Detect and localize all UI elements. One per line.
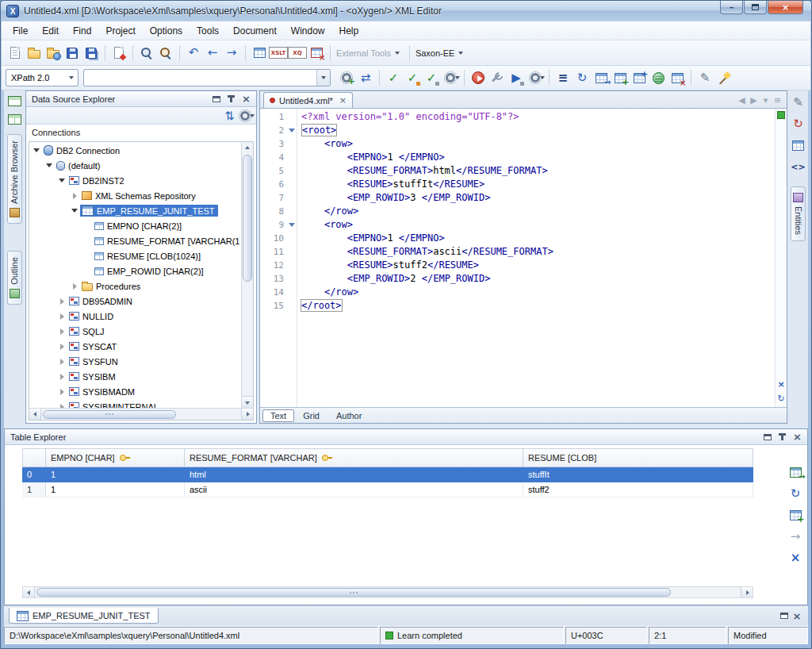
table-row[interactable]: 11asciistuff2 xyxy=(22,482,753,497)
configure-transformation-icon[interactable] xyxy=(488,68,507,87)
scroll-left-icon[interactable]: ◀ xyxy=(736,94,748,106)
editor-menu-icon[interactable]: ≡ xyxy=(772,94,783,106)
scrollbar-thumb[interactable] xyxy=(243,155,252,282)
twisty-icon[interactable] xyxy=(32,146,41,156)
tree-item-emp-rowid-char-2[interactable]: EMP_ROWID [CHAR(2)] xyxy=(29,263,241,278)
sign-document-icon[interactable]: ✎ xyxy=(695,68,714,87)
xpath-version-selector[interactable]: XPath 2.0 xyxy=(6,69,79,86)
tree-item-db2-connection[interactable]: DB2 Connection xyxy=(29,143,241,158)
twisty-icon[interactable] xyxy=(57,327,67,336)
dock-tab-entities[interactable]: Entities xyxy=(791,186,806,241)
well-formed-icon[interactable]: ✓ xyxy=(422,68,441,87)
xpath-input[interactable] xyxy=(84,70,316,86)
revalidate-icon[interactable]: ↻ xyxy=(776,393,787,404)
tree-item-db95admin[interactable]: DB95ADMIN xyxy=(29,294,241,309)
tree-item-empno-char-2[interactable]: EMPNO [CHAR(2)] xyxy=(29,218,241,233)
menu-find[interactable]: Find xyxy=(66,23,98,39)
validate-config-icon[interactable]: ✓ xyxy=(403,68,422,87)
debug-transformation-icon[interactable]: ▶ xyxy=(507,68,526,87)
apply-transformation-icon[interactable] xyxy=(469,68,488,87)
menu-options[interactable]: Options xyxy=(143,23,190,39)
twisty-icon[interactable] xyxy=(57,297,67,306)
back-history-icon[interactable]: ↶ xyxy=(184,44,203,63)
menu-document[interactable]: Document xyxy=(226,23,284,39)
twisty-icon[interactable] xyxy=(57,176,67,186)
editor-tab[interactable]: Untitled4.xml* × xyxy=(263,92,353,108)
close-grid-icon[interactable] xyxy=(668,68,687,87)
close-tab-icon[interactable]: × xyxy=(339,95,347,106)
twisty-icon[interactable] xyxy=(57,357,67,367)
tree-item-resume-clob-1024[interactable]: RESUME [CLOB(1024)] xyxy=(29,248,241,263)
forward-icon[interactable]: → xyxy=(222,44,241,63)
insert-row-icon[interactable] xyxy=(787,507,803,523)
add-row-icon[interactable] xyxy=(611,68,630,87)
twisty-icon[interactable] xyxy=(57,372,67,382)
twisty-icon[interactable] xyxy=(70,191,79,201)
export-data-icon[interactable] xyxy=(787,464,803,480)
refresh-icon[interactable]: ↻ xyxy=(573,68,592,87)
refresh-table-icon[interactable]: ↻ xyxy=(787,486,803,501)
tree-item-sysibm[interactable]: SYSIBM xyxy=(29,369,241,384)
settings-icon[interactable] xyxy=(237,108,253,124)
tree-horizontal-scrollbar[interactable] xyxy=(29,408,253,420)
web-preview-icon[interactable] xyxy=(649,68,668,87)
xquery-debugger-icon[interactable]: XQ xyxy=(288,44,307,63)
new-from-template-icon[interactable] xyxy=(109,44,128,63)
compare-icon[interactable] xyxy=(307,44,326,63)
back-icon[interactable]: ← xyxy=(203,44,222,63)
scrollbar-thumb[interactable] xyxy=(43,410,176,419)
mode-tab-grid[interactable]: Grid xyxy=(295,409,327,422)
tree-item-xml-schemas-repository[interactable]: XML Schemas Repository xyxy=(29,188,241,203)
dock-tab-archive-browser[interactable]: Archive Browser xyxy=(7,134,22,224)
twisty-icon[interactable] xyxy=(57,402,67,409)
titlebar[interactable]: X Untitled4.xml [D:\Workspace\eXml\sampl… xyxy=(1,1,811,21)
tree-item-procedures[interactable]: Procedures xyxy=(29,278,241,294)
minimize-button[interactable]: – xyxy=(720,1,743,14)
column-header-resume-format-varchar[interactable]: RESUME_FORMAT [VARCHAR] xyxy=(185,448,523,467)
reload-icon[interactable]: ↻ xyxy=(790,115,807,132)
external-tools-dropdown[interactable]: External Tools xyxy=(335,47,405,60)
menu-window[interactable]: Window xyxy=(284,23,332,39)
menu-project[interactable]: Project xyxy=(98,23,142,39)
fold-toggle-icon[interactable] xyxy=(289,129,295,132)
xpath-settings-icon[interactable] xyxy=(337,68,356,87)
twisty-icon[interactable] xyxy=(70,206,79,216)
tree-item-sysibminternal[interactable]: SYSIBMINTERNAL xyxy=(29,399,241,408)
code-area[interactable]: <?xml version="1.0" encoding="UTF-8"?><r… xyxy=(297,109,775,407)
mode-tab-author[interactable]: Author xyxy=(328,409,370,422)
transformation-scenario-dropdown[interactable]: Saxon-EE xyxy=(414,47,469,60)
close-icon[interactable]: × xyxy=(239,93,253,105)
scroll-right-button[interactable] xyxy=(241,409,253,420)
minimize-panel-icon[interactable] xyxy=(778,609,791,622)
new-icon[interactable] xyxy=(6,44,25,63)
save-icon[interactable] xyxy=(63,44,82,63)
xpath-history-dropdown[interactable] xyxy=(316,70,330,86)
clear-markers-icon[interactable]: × xyxy=(776,378,787,390)
collapse-all-icon[interactable]: ⇄ xyxy=(221,108,237,124)
float-icon[interactable] xyxy=(760,431,774,443)
export-grid-icon[interactable] xyxy=(592,68,611,87)
scroll-left-button[interactable] xyxy=(29,409,41,420)
fold-toggle-icon[interactable] xyxy=(289,223,295,227)
table-row[interactable]: 01htmlstuffIt xyxy=(22,467,753,482)
scroll-down-button[interactable] xyxy=(242,396,253,408)
tree-item-syscat[interactable]: SYSCAT xyxy=(29,339,241,354)
annotate-icon[interactable]: ✎ xyxy=(790,94,807,111)
tree-item-resume-format-varchar-1[interactable]: RESUME_FORMAT [VARCHAR(1 xyxy=(29,233,241,248)
scroll-right-button[interactable] xyxy=(741,587,753,597)
close-icon[interactable]: × xyxy=(791,431,804,443)
scroll-right-icon[interactable]: ▶ xyxy=(748,94,760,106)
tree-item-default[interactable]: (default) xyxy=(29,158,241,173)
find-icon[interactable] xyxy=(137,44,156,63)
tree-item-sysibmadm[interactable]: SYSIBMADM xyxy=(29,384,241,399)
tree-vertical-scrollbar[interactable] xyxy=(241,142,253,408)
database-perspective-icon[interactable] xyxy=(6,112,22,126)
menu-tools[interactable]: Tools xyxy=(190,23,226,39)
open-url-icon[interactable] xyxy=(44,44,63,63)
markup-icon[interactable]: <> xyxy=(790,158,807,175)
float-icon[interactable] xyxy=(209,93,223,105)
commit-icon[interactable]: → xyxy=(787,528,803,544)
grid-view-icon[interactable] xyxy=(250,44,269,63)
scrollbar-thumb[interactable] xyxy=(36,588,671,597)
table-horizontal-scrollbar[interactable] xyxy=(22,586,753,598)
